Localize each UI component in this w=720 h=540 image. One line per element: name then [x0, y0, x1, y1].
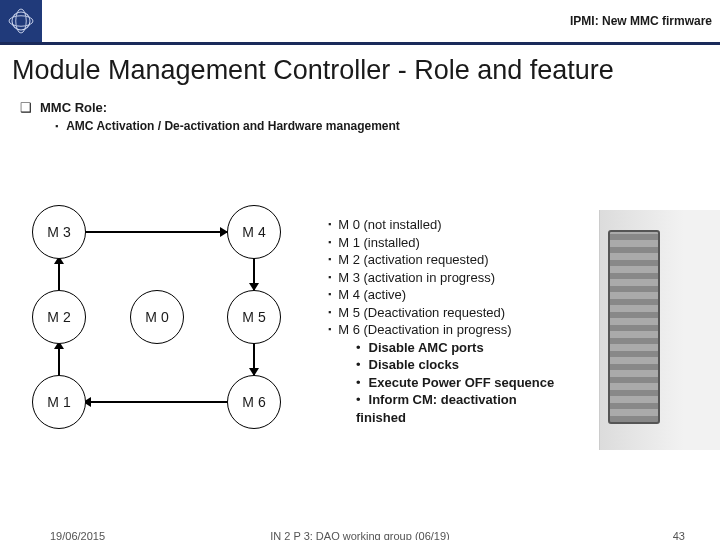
role-subheading: AMC Activation / De-activation and Hardw…	[0, 117, 720, 133]
arrow-m3-m4	[84, 231, 227, 233]
legend-subitem: Execute Power OFF sequence	[328, 374, 568, 392]
svg-point-1	[9, 16, 33, 27]
state-m0: M 0	[130, 290, 184, 344]
state-m2: M 2	[32, 290, 86, 344]
state-m3: M 3	[32, 205, 86, 259]
footer-caption: IN 2 P 3: DAQ working group (06/19)	[0, 530, 720, 540]
legend-item: M 5 (Deactivation requested)	[328, 304, 568, 322]
legend-subitem: Disable AMC ports	[328, 339, 568, 357]
header-topic: IPMI: New MMC firmware	[570, 14, 712, 28]
slide-title: Module Management Controller - Role and …	[0, 45, 720, 90]
arrow-m4-m5	[253, 257, 255, 290]
state-m6: M 6	[227, 375, 281, 429]
legend-item: M 2 (activation requested)	[328, 251, 568, 269]
hardware-photo	[599, 210, 720, 450]
legend-item: M 4 (active)	[328, 286, 568, 304]
header-bar: IPMI: New MMC firmware	[0, 0, 720, 45]
footer-page: 43	[673, 530, 685, 540]
role-heading: MMC Role:	[0, 90, 720, 117]
arrow-m5-m6	[253, 342, 255, 375]
state-m4: M 4	[227, 205, 281, 259]
state-m1: M 1	[32, 375, 86, 429]
svg-point-0	[12, 12, 30, 30]
legend-subitem: Disable clocks	[328, 356, 568, 374]
state-m5: M 5	[227, 290, 281, 344]
state-legend: M 0 (not installed) M 1 (installed) M 2 …	[328, 216, 568, 427]
legend-item: M 1 (installed)	[328, 234, 568, 252]
org-logo	[0, 0, 42, 42]
arrow-m6-m1	[84, 401, 227, 403]
legend-item: M 3 (activation in progress)	[328, 269, 568, 287]
arrow-m1-m2	[58, 342, 60, 375]
legend-subitem: Inform CM: deactivation finished	[328, 391, 568, 426]
legend-item: M 0 (not installed)	[328, 216, 568, 234]
legend-item: M 6 (Deactivation in progress)	[328, 321, 568, 339]
svg-point-2	[16, 9, 27, 33]
state-diagram: M 3 M 4 M 2 M 0 M 5 M 1 M 6	[22, 205, 307, 455]
arrow-m2-m3	[58, 257, 60, 290]
